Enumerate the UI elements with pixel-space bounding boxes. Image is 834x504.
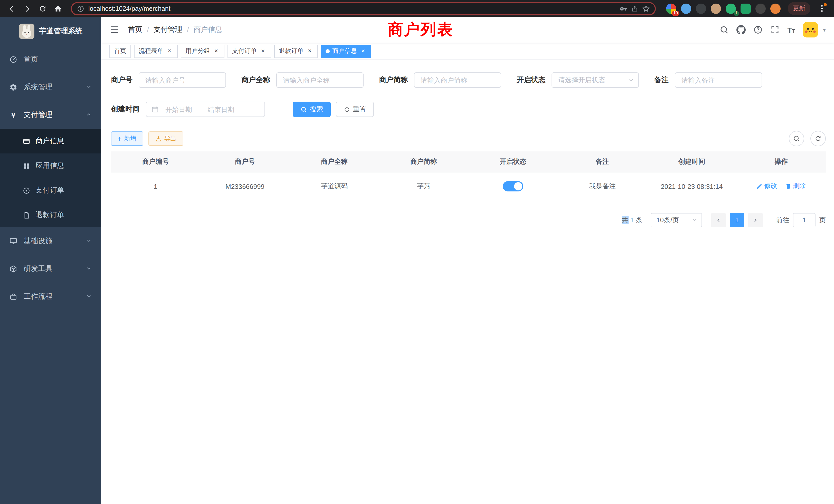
user-avatar[interactable] [803,22,818,38]
sidebar-item-system[interactable]: 系统管理 [0,73,101,101]
full-name-label: 商户全称 [241,75,270,85]
short-name-input[interactable] [414,72,501,88]
reset-button[interactable]: 重置 [336,101,374,117]
start-date-input[interactable] [162,106,196,113]
sidebar-item-payment[interactable]: ¥ 支付管理 [0,101,101,129]
arrow-right-icon [23,4,31,13]
sidebar-item-label: 商户信息 [36,137,64,146]
github-icon[interactable] [737,25,746,35]
sidebar-item-infrastructure[interactable]: 基础设施 [0,227,101,255]
close-icon[interactable]: × [213,47,220,55]
sidebar-item-pay-order[interactable]: 支付订单 [0,178,101,203]
avatar-caret-icon[interactable]: ▾ [823,26,826,33]
screen: localhost:1024/pay/merchant 10 1 [0,0,834,504]
font-size-icon[interactable]: TT [787,25,795,34]
sidebar-item-app-info[interactable]: 应用信息 [0,154,101,178]
col-status: 开启状态 [468,152,558,172]
col-remark: 备注 [558,152,647,172]
extension-avatar-icon[interactable] [711,3,721,14]
status-toggle[interactable] [503,181,523,191]
full-name-input[interactable] [276,72,364,88]
refresh-table-button[interactable] [810,131,826,146]
edit-link[interactable]: 修改 [756,182,777,191]
sidebar-item-merchant-info[interactable]: 商户信息 [0,129,101,154]
sidebar-collapse-button[interactable] [109,25,120,35]
status-label: 开启状态 [517,75,545,85]
create-time-range[interactable]: - [146,101,265,117]
sidebar-item-workflow[interactable]: 工作流程 [0,283,101,311]
col-merchant-id: 商户编号 [111,152,200,172]
browser-toolbar: localhost:1024/pay/merchant 10 1 [0,0,834,17]
sidebar-item-dev-tools[interactable]: 研发工具 [0,255,101,283]
page-1-button[interactable]: 1 [730,213,744,227]
extension-green-square-icon[interactable] [741,3,751,14]
col-short-name: 商户简称 [379,152,468,172]
close-icon[interactable]: × [259,47,266,55]
tab-refund-order[interactable]: 退款订单 × [274,44,318,58]
reload-icon [39,4,47,13]
extension-green-icon[interactable]: 1 [726,3,736,14]
tab-process-form[interactable]: 流程表单 × [134,44,178,58]
url-text[interactable]: localhost:1024/pay/merchant [88,5,616,12]
chrome-update-button[interactable]: 更新 [788,2,810,15]
close-icon[interactable]: × [359,47,367,55]
goto-page-input[interactable] [793,213,815,227]
breadcrumb-home[interactable]: 首页 [128,25,142,35]
close-icon[interactable]: × [166,47,173,55]
password-key-icon[interactable] [620,5,627,12]
dashboard-icon [9,55,18,64]
tab-merchant-info[interactable]: 商户信息 × [321,44,371,58]
bookmark-star-icon[interactable] [642,5,650,12]
chevron-down-icon [86,237,92,245]
prev-page-button[interactable] [711,213,726,227]
cell-merchant-id: 1 [111,172,200,201]
tab-pay-order[interactable]: 支付订单 × [227,44,271,58]
tab-home[interactable]: 首页 [109,44,131,58]
site-info-icon[interactable] [77,5,84,12]
search-icon[interactable] [720,25,729,35]
add-button[interactable]: + 新增 [111,131,143,146]
payment-submenu: 商户信息 应用信息 支付订单 退款订单 [0,129,101,227]
extension-colorful-icon[interactable]: 10 [666,3,676,14]
page-jumper: 前往 页 [776,213,826,227]
merchant-no-input[interactable] [139,72,226,88]
cell-full-name: 芋道源码 [290,172,379,201]
extension-pin-icon[interactable] [755,3,766,14]
search-button[interactable]: 搜索 [293,101,331,117]
col-full-name: 商户全称 [290,152,379,172]
status-select[interactable]: 请选择开启状态 [552,72,639,88]
page-size-select[interactable]: 10条/页 [651,213,702,227]
browser-menu-button[interactable] [816,3,827,14]
edit-icon [756,183,763,189]
extension-orange-avatar-icon[interactable] [770,3,781,14]
browser-back-button[interactable] [5,2,19,15]
document-icon [23,211,30,219]
filter-row-1: 商户号 商户全称 商户简称 开启状态 请选择开启状态 [111,72,826,88]
end-date-input[interactable] [204,106,238,113]
extension-blue-icon[interactable] [681,3,691,14]
browser-home-button[interactable] [51,2,65,15]
sidebar-item-home[interactable]: 首页 [0,46,101,73]
help-icon[interactable] [753,25,763,35]
breadcrumb-payment[interactable]: 支付管理 [154,25,182,35]
fullscreen-icon[interactable] [770,25,780,35]
export-button[interactable]: 导出 [148,131,183,146]
toggle-search-button[interactable] [789,131,804,146]
share-icon[interactable] [631,5,638,12]
next-page-button[interactable] [748,213,763,227]
tab-user-group[interactable]: 用户分组 × [181,44,224,58]
app-logo[interactable]: 芋道管理系统 [0,17,101,46]
close-icon[interactable]: × [306,47,313,55]
browser-reload-button[interactable] [36,2,49,15]
sidebar-item-refund-order[interactable]: 退款订单 [0,203,101,227]
remark-input[interactable] [675,72,762,88]
extensions-tray: 10 1 [666,3,781,14]
tab-label: 商户信息 [332,47,357,55]
extension-dark-icon[interactable] [696,3,706,14]
briefcase-icon [9,293,18,301]
navbar-actions: TT ▾ [720,22,826,38]
sidebar-menu: 首页 系统管理 ¥ 支付管理 商户信息 [0,46,101,311]
address-bar[interactable]: localhost:1024/pay/merchant [71,2,656,15]
browser-forward-button[interactable] [21,2,34,15]
delete-link[interactable]: 删除 [785,182,806,191]
